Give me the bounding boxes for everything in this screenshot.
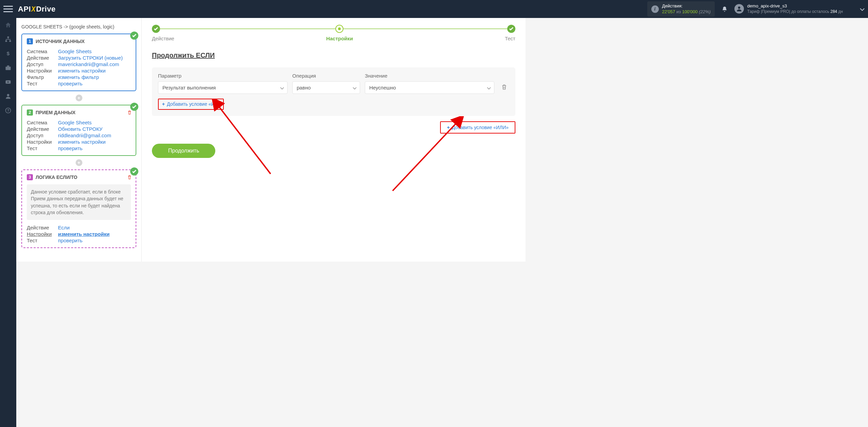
card-source[interactable]: 1ИСТОЧНИК ДАННЫХ СистемаGoogle Sheets Де… <box>21 34 136 91</box>
left-panel: GOOGLE SHEETS -> (google sheets, logic) … <box>16 18 142 262</box>
add-step-button[interactable]: + <box>76 159 82 166</box>
card-destination[interactable]: 2ПРИЕМ ДАННЫХ СистемаGoogle Sheets Дейст… <box>21 105 136 156</box>
row-value[interactable]: изменить фильтр <box>58 74 131 80</box>
row-value[interactable]: Google Sheets <box>58 48 131 54</box>
nav-dollar-icon[interactable]: $ <box>0 46 16 61</box>
card-title-text: ПРИЕМ ДАННЫХ <box>36 110 76 115</box>
select-operation[interactable]: равно <box>292 81 360 94</box>
row-value[interactable]: riddleandrii@gmail.com <box>58 133 131 138</box>
svg-rect-1 <box>7 37 9 38</box>
section-title: Продолжить ЕСЛИ <box>152 52 515 59</box>
check-icon <box>130 32 138 40</box>
wizard-steps: Действие Настройки Тест <box>152 21 515 41</box>
row-label: Настройки <box>27 68 58 74</box>
row-value[interactable]: проверить <box>58 81 131 86</box>
svg-text:?: ? <box>7 108 9 113</box>
wizard-step-action[interactable]: Действие <box>152 25 174 41</box>
card-title-text: ИСТОЧНИК ДАННЫХ <box>36 39 85 44</box>
svg-point-8 <box>7 94 9 96</box>
col-header-val: Значение <box>365 73 494 79</box>
card-logic[interactable]: 3ЛОГИКА ЕСЛИ/ТО Данное условие сработает… <box>21 169 136 248</box>
main-panel: Действие Настройки Тест Продолжить ЕСЛИ … <box>142 18 526 262</box>
row-value[interactable]: Если <box>58 225 131 230</box>
nav-sitemap-icon[interactable] <box>0 32 16 46</box>
row-label: Тест <box>27 238 58 243</box>
row-value[interactable]: Google Sheets <box>58 120 131 125</box>
breadcrumb: GOOGLE SHEETS -> (google sheets, logic) <box>21 21 136 34</box>
delete-icon[interactable] <box>127 174 132 181</box>
col-header-op: Операция <box>292 73 360 79</box>
logo[interactable]: APIXDrive <box>18 5 56 14</box>
row-value[interactable]: изменить настройки <box>58 139 131 145</box>
row-value[interactable]: изменить настройки <box>58 68 131 74</box>
row-value[interactable]: Обновить СТРОКУ <box>58 126 131 132</box>
nav-video-icon[interactable] <box>0 75 16 89</box>
card-num: 3 <box>27 174 33 180</box>
svg-text:$: $ <box>7 50 10 56</box>
row-label: Доступ <box>27 61 58 67</box>
continue-button[interactable]: Продолжить <box>152 144 215 158</box>
add-and-label: Добавить условие «И» <box>167 101 217 107</box>
row-label: Настройки <box>27 139 58 145</box>
select-parameter[interactable]: Результат выполнения <box>158 81 288 94</box>
delete-condition-icon[interactable] <box>499 80 509 94</box>
add-step-button[interactable]: + <box>76 95 82 101</box>
svg-rect-5 <box>6 67 11 70</box>
row-value[interactable]: maverickandrii@gmail.com <box>58 61 131 67</box>
col-header-param: Параметр <box>158 73 288 79</box>
row-label: Действие <box>27 225 58 230</box>
left-sidebar: $ ? <box>0 18 16 262</box>
row-label: Настройки <box>27 231 58 237</box>
row-label: Система <box>27 48 58 54</box>
hamburger-menu[interactable] <box>3 4 13 14</box>
row-label: Действие <box>27 126 58 132</box>
logo-part1: API <box>18 5 31 14</box>
nav-help-icon[interactable]: ? <box>0 103 16 118</box>
nav-home-icon[interactable] <box>0 18 16 32</box>
condition-group: Параметр Результат выполнения Операция р… <box>152 67 515 116</box>
top-header: APIXDrive i Действия: 22'057 из 100'000 … <box>0 0 526 18</box>
svg-rect-2 <box>5 40 7 42</box>
wizard-step-test[interactable]: Тест <box>505 25 515 41</box>
add-or-label: Добавить условие «ИЛИ» <box>452 125 509 130</box>
row-label: Система <box>27 120 58 125</box>
row-value[interactable]: Загрузить СТРОКИ (новые) <box>58 55 131 61</box>
select-value[interactable]: Неуспешно <box>365 81 494 94</box>
wizard-label: Тест <box>505 36 515 41</box>
card-description: Данное условие сработает, если в блоке П… <box>27 184 131 220</box>
wizard-label: Действие <box>152 36 174 41</box>
row-label: Тест <box>27 81 58 86</box>
svg-rect-3 <box>9 40 11 42</box>
svg-rect-6 <box>7 65 9 66</box>
delete-icon[interactable] <box>127 109 132 117</box>
wizard-step-settings[interactable]: Настройки <box>326 25 353 41</box>
add-and-condition-button[interactable]: +Добавить условие «И» <box>158 99 224 110</box>
card-title-text: ЛОГИКА ЕСЛИ/ТО <box>36 175 77 180</box>
row-label: Тест <box>27 145 58 151</box>
wizard-label: Настройки <box>326 36 353 41</box>
row-label: Доступ <box>27 133 58 138</box>
card-num: 1 <box>27 38 33 44</box>
row-value[interactable]: проверить <box>58 145 131 151</box>
logo-part3: Drive <box>36 5 56 14</box>
card-num: 2 <box>27 109 33 116</box>
row-value[interactable]: изменить настройки <box>58 231 131 237</box>
row-label: Действие <box>27 55 58 61</box>
row-value[interactable]: проверить <box>58 238 131 243</box>
nav-user-icon[interactable] <box>0 89 16 103</box>
nav-briefcase-icon[interactable] <box>0 61 16 75</box>
logo-x: X <box>31 5 36 14</box>
row-label: Фильтр <box>27 74 58 80</box>
add-or-condition-button[interactable]: +Добавить условие «ИЛИ» <box>440 121 515 134</box>
